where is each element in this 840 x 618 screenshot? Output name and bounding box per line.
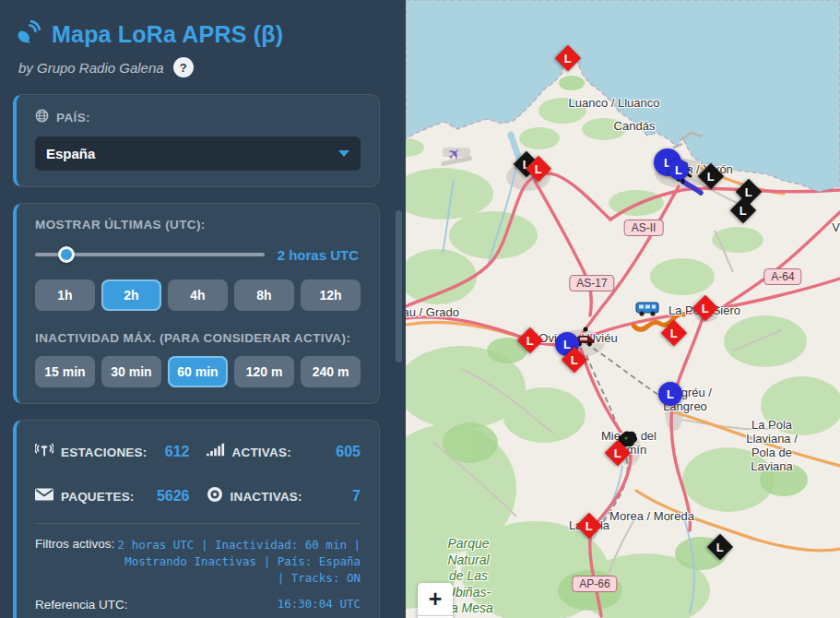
time-button-8h[interactable]: 8h <box>234 279 294 311</box>
time-button-2h[interactable]: 2h <box>101 279 161 311</box>
time-filter-panel: MOSTRAR ÚLTIMAS (UTC): 2 horas UTC 1h2h4… <box>13 203 380 404</box>
record-icon <box>207 486 223 506</box>
time-slider[interactable] <box>35 246 265 263</box>
show-last-label: MOSTRAR ÚLTIMAS (UTC): <box>35 218 361 232</box>
stat-paquetes: PAQUETES:5626 <box>35 486 190 506</box>
map-canvas[interactable]: Luanco / LluancoCandásGijón / XixónGrau … <box>406 0 840 618</box>
zoom-in-button[interactable]: + <box>418 583 453 616</box>
inactivity-button-120m[interactable]: 120 m <box>234 356 294 387</box>
country-label: PAÍS: <box>56 111 90 125</box>
country-panel: PAÍS: España <box>13 94 380 187</box>
chevron-down-icon <box>338 150 349 157</box>
map-zoom-control: + <box>418 583 453 618</box>
stats-panel: ESTACIONES:612ACTIVAS:605PAQUETES:5626IN… <box>13 420 380 618</box>
stat-estaciones: ESTACIONES:612 <box>35 442 190 462</box>
help-button[interactable]: ? <box>173 57 194 77</box>
map-base-layer <box>406 0 840 618</box>
antenna-icon <box>35 442 53 462</box>
inactivity-button-240m[interactable]: 240 m <box>301 356 361 387</box>
station-marker-blue-circle[interactable]: L <box>668 160 689 180</box>
active-filters-label: Filtros activos: <box>35 537 114 551</box>
time-button-12h[interactable]: 12h <box>301 279 361 311</box>
country-select-value: España <box>46 146 95 161</box>
time-button-4h[interactable]: 4h <box>168 279 228 311</box>
satellite-dish-icon <box>15 18 42 50</box>
active-filters-value: 2 horas UTC | Inactividad: 60 min | Most… <box>114 537 361 587</box>
sidebar-scrollbar[interactable] <box>396 210 402 362</box>
header: Mapa LoRa APRS (β) by Grupo Radio Galena… <box>0 0 406 77</box>
globe-icon <box>35 109 49 125</box>
time-slider-value: 2 horas UTC <box>278 247 359 263</box>
inactivity-button-15min[interactable]: 15 min <box>35 356 95 387</box>
sidebar: Mapa LoRa APRS (β) by Grupo Radio Galena… <box>0 0 406 618</box>
station-marker-blue-circle[interactable]: L <box>658 382 682 406</box>
inactivity-button-group: 15 min30 min60 min120 m240 m <box>35 356 361 387</box>
stats-grid: ESTACIONES:612ACTIVAS:605PAQUETES:5626IN… <box>35 442 361 506</box>
inactivity-button-60min[interactable]: 60 min <box>168 356 228 387</box>
reference-utc-value: 16:30:04 UTC <box>128 596 361 612</box>
page-subtitle: by Grupo Radio Galena <box>18 60 164 76</box>
inactivity-label: INACTIVIDAD MÁX. (PARA CONSIDERAR ACTIVA… <box>35 331 361 345</box>
time-button-group: 1h2h4h8h12h <box>35 279 361 311</box>
divider <box>35 523 361 524</box>
inactivity-button-30min[interactable]: 30 min <box>101 356 161 387</box>
page-title: Mapa LoRa APRS (β) <box>52 21 283 48</box>
envelope-icon <box>35 487 53 505</box>
time-slider-thumb[interactable] <box>58 246 75 263</box>
time-button-1h[interactable]: 1h <box>35 279 95 311</box>
stat-activas: ACTIVAS:605 <box>207 442 361 462</box>
country-select[interactable]: España <box>35 137 361 171</box>
reference-utc-label: Referencia UTC: <box>35 598 128 612</box>
stat-inactivas: INACTIVAS:7 <box>207 486 361 506</box>
app-window: Mapa LoRa APRS (β) by Grupo Radio Galena… <box>0 0 840 618</box>
signal-bars-icon <box>207 442 225 462</box>
